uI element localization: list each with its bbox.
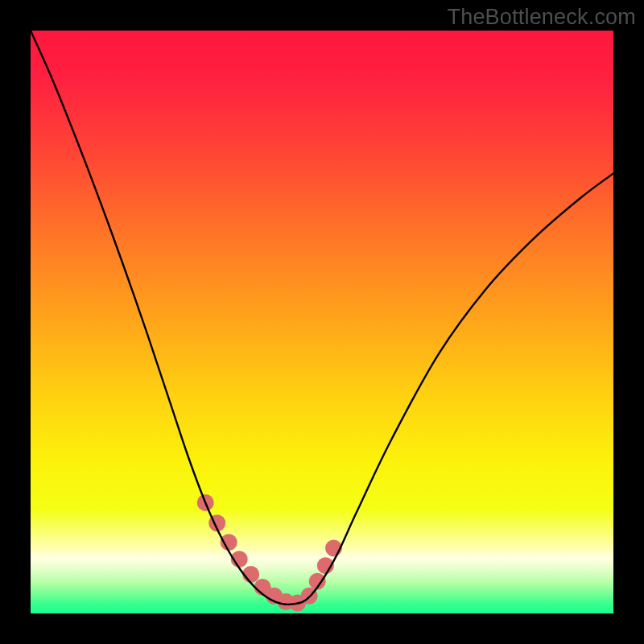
watermark-text: TheBottleneck.com — [447, 5, 636, 30]
chart-svg — [31, 31, 613, 613]
plot-area — [31, 31, 613, 613]
marker-group — [197, 494, 342, 612]
chart-frame: TheBottleneck.com — [0, 0, 644, 644]
bottleneck-curve — [31, 31, 613, 605]
